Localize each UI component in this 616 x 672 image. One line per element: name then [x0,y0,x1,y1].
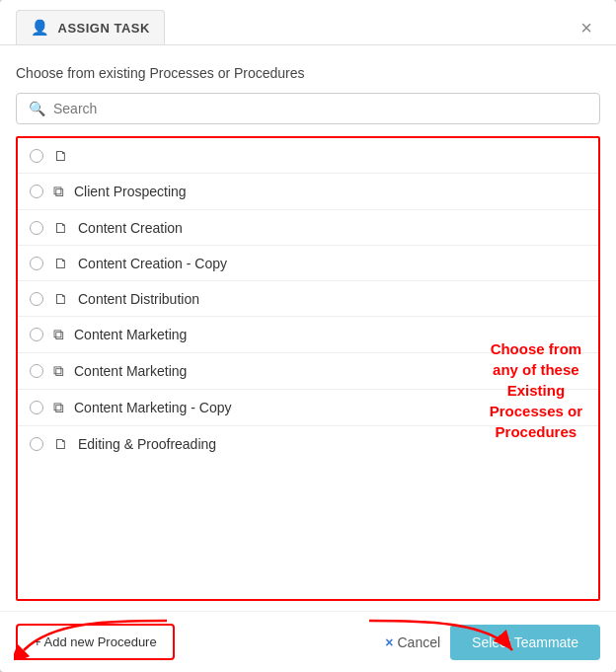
list-item[interactable]: ⧉Content Marketing [18,353,598,390]
radio-button[interactable] [30,221,43,235]
item-label: Content Marketing [74,363,187,379]
select-teammate-button[interactable]: Select Teammate [450,625,600,660]
list-item[interactable]: ⧉Content Marketing [18,317,598,353]
item-label: Content Creation [78,220,183,236]
cancel-button[interactable]: × Cancel [385,635,440,650]
doc-icon: 🗋 [53,435,68,452]
list-item[interactable]: 🗋Content Creation [18,210,598,246]
close-button[interactable]: × [573,14,600,41]
radio-button[interactable] [30,437,43,451]
modal-header: 👤 ASSIGN TASK × [0,0,616,45]
radio-button[interactable] [30,292,43,306]
process-list-container: 🗋⧉Client Prospecting🗋Content Creation🗋Co… [16,136,600,601]
modal-footer: + Add new Procedure × Cancel Select Team… [0,611,616,672]
radio-button[interactable] [30,364,43,378]
item-label: Content Creation - Copy [78,256,227,271]
footer-right: × Cancel Select Teammate [385,625,600,660]
radio-button[interactable] [30,328,43,341]
radio-button[interactable] [30,149,43,163]
list-item[interactable]: ⧉Client Prospecting [18,174,598,210]
item-label: Editing & Proofreading [78,436,216,452]
assign-task-modal: 👤 ASSIGN TASK × Choose from existing Pro… [0,0,616,672]
search-icon: 🔍 [29,101,45,116]
process-list: 🗋⧉Client Prospecting🗋Content Creation🗋Co… [18,138,598,599]
assign-task-tab[interactable]: 👤 ASSIGN TASK [16,10,165,44]
list-item[interactable]: 🗋Editing & Proofreading [18,426,598,461]
doc-icon: 🗋 [53,255,68,271]
list-item[interactable]: 🗋 [18,138,598,174]
radio-button[interactable] [30,257,43,270]
radio-button[interactable] [30,401,43,414]
doc-icon: 🗋 [53,219,68,236]
doc-icon: ⧉ [53,326,64,343]
tab-label: ASSIGN TASK [58,21,150,36]
item-label: Content Marketing [74,327,187,342]
item-label: Content Distribution [78,291,199,307]
search-input[interactable] [53,101,587,116]
doc-icon: ⧉ [53,362,64,380]
item-label: Client Prospecting [74,184,187,199]
add-procedure-button[interactable]: + Add new Procedure [16,624,175,660]
list-item[interactable]: ⧉Content Marketing - Copy [18,390,598,426]
doc-icon: ⧉ [53,399,64,416]
person-icon: 👤 [31,19,50,37]
doc-icon: ⧉ [53,183,64,200]
doc-icon: 🗋 [53,147,68,164]
list-item[interactable]: 🗋Content Distribution [18,281,598,317]
radio-button[interactable] [30,185,43,198]
modal-subtitle: Choose from existing Processes or Proced… [16,65,600,81]
cancel-label: Cancel [398,635,441,650]
modal-body: Choose from existing Processes or Proced… [0,45,616,611]
list-item[interactable]: 🗋Content Creation - Copy [18,246,598,281]
search-box: 🔍 [16,93,600,124]
item-label: Content Marketing - Copy [74,400,232,415]
cancel-x-icon: × [385,635,393,650]
doc-icon: 🗋 [53,290,68,307]
